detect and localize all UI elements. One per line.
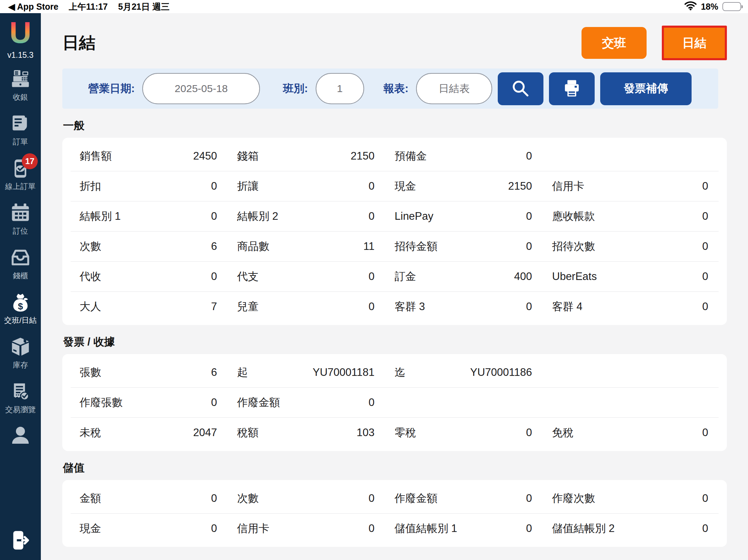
stat-cell: 錢箱2150 <box>237 149 395 163</box>
stat-label: 儲值結帳別 2 <box>552 521 615 536</box>
shift-daily-icon: $ <box>10 292 31 313</box>
table-row: 折扣0折讓0現金2150信用卡0 <box>71 171 719 201</box>
stat-label: 未稅 <box>80 425 101 440</box>
search-button[interactable] <box>498 72 543 105</box>
stat-label: 次數 <box>80 239 101 254</box>
stat-label: 兒童 <box>237 299 259 314</box>
shift-settlement-button[interactable]: 交班 <box>582 27 647 59</box>
table-row: 次數6商品數11招待金額0招待次數0 <box>71 231 719 261</box>
stat-value: 6 <box>211 240 217 253</box>
stat-cell: 招待次數0 <box>552 239 710 254</box>
table-row: 作廢張數0作廢金額0 <box>71 387 719 417</box>
stat-label: 折扣 <box>80 179 101 193</box>
sidebar-item-shift-daily[interactable]: $ 交班/日結 <box>4 292 37 330</box>
battery-percent: 18% <box>701 2 718 12</box>
filter-bar: 營業日期: 2025-05-18 班別: 1 報表: 日結表 <box>62 69 718 109</box>
status-bar-left: ◀ App Store 上午11:17 5月21日 週三 <box>8 1 170 12</box>
stat-cell: 訂金400 <box>395 269 552 284</box>
stat-value: 0 <box>702 492 708 505</box>
stat-value: 0 <box>702 522 708 535</box>
stat-label: 銷售額 <box>80 149 112 163</box>
sidebar-item-label: 庫存 <box>13 360 28 370</box>
stat-cell: 迄YU70001186 <box>395 365 552 380</box>
sidebar-item-cash-drawer[interactable]: 錢櫃 <box>10 247 31 286</box>
stat-value: 0 <box>211 492 217 505</box>
sidebar-item-label: 交易瀏覽 <box>5 405 36 415</box>
main-content: 日結 交班 日結 營業日期: 2025-05-18 班別: 1 報表: 日結表 <box>41 13 748 560</box>
stat-value: 2150 <box>508 180 532 192</box>
stat-label: 作廢金額 <box>237 395 280 410</box>
stat-label: 作廢次數 <box>552 491 595 506</box>
stat-cell: UberEats0 <box>552 270 710 283</box>
stat-cell: 現金2150 <box>395 179 552 193</box>
section-title: 儲值 <box>63 461 727 475</box>
back-to-app-store-link[interactable]: ◀ App Store <box>8 2 58 12</box>
table-row: 銷售額2450錢箱2150預備金0 <box>71 141 719 171</box>
sidebar-item-inventory[interactable]: 庫存 <box>10 337 31 375</box>
user-profile-icon[interactable] <box>9 424 31 448</box>
stat-value: 0 <box>526 240 532 253</box>
stat-label: 商品數 <box>237 239 269 254</box>
report-label: 報表: <box>384 81 408 96</box>
stat-label: 客群 4 <box>552 299 583 314</box>
stat-value: 0 <box>369 522 375 535</box>
wifi-icon <box>684 1 697 12</box>
business-date-label: 營業日期: <box>88 81 135 96</box>
stat-label: 訂金 <box>395 269 416 284</box>
stat-value: 0 <box>702 210 708 223</box>
invoice-resend-button[interactable]: 發票補傳 <box>600 72 692 105</box>
stat-cell: 作廢金額0 <box>395 491 552 506</box>
business-date-input[interactable]: 2025-05-18 <box>142 73 260 104</box>
notification-badge: 17 <box>22 153 38 169</box>
stat-value: 0 <box>211 210 217 223</box>
table-row: 張數6起YU70001181迄YU70001186 <box>71 358 719 387</box>
stat-label: 免稅 <box>552 425 574 440</box>
sidebar-item-label: 線上訂單 <box>5 181 36 192</box>
stat-value: 0 <box>369 210 375 223</box>
stat-label: 信用卡 <box>237 521 269 536</box>
stat-cell: 預備金0 <box>395 149 552 163</box>
stat-value: 7 <box>211 300 217 313</box>
stat-cell: 次數6 <box>80 239 237 254</box>
daily-settlement-button[interactable]: 日結 <box>662 26 727 60</box>
transactions-icon <box>10 381 31 402</box>
sidebar-item-reservation[interactable]: 訂位 <box>10 203 31 241</box>
stat-label: 招待次數 <box>552 239 595 254</box>
stat-value: 0 <box>702 300 708 313</box>
table-row: 大人7兒童0客群 30客群 40 <box>71 291 719 322</box>
stat-value: YU70001181 <box>313 366 375 379</box>
stat-value: 0 <box>702 180 708 192</box>
stat-cell: 零稅0 <box>395 425 552 440</box>
app-window: ◀ App Store 上午11:17 5月21日 週三 18% U v1.15… <box>0 0 748 560</box>
status-time: 上午11:17 <box>69 1 108 12</box>
logout-button[interactable] <box>9 529 32 553</box>
stat-value: 0 <box>211 396 217 409</box>
stat-cell: 信用卡0 <box>237 521 395 536</box>
stats-sections: 一般銷售額2450錢箱2150預備金0折扣0折讓0現金2150信用卡0結帳別 1… <box>62 118 727 547</box>
stat-cell: 招待金額0 <box>395 239 552 254</box>
stat-label: 錢箱 <box>237 149 259 163</box>
stat-value: 0 <box>211 180 217 192</box>
stat-value: 0 <box>702 240 708 253</box>
sidebar-item-transactions[interactable]: 交易瀏覽 <box>5 381 36 419</box>
stat-cell: 現金0 <box>80 521 237 536</box>
stat-cell: 應收帳款0 <box>552 209 710 224</box>
shift-input[interactable]: 1 <box>316 73 364 104</box>
stat-label: 信用卡 <box>552 179 584 193</box>
stat-label: 現金 <box>395 179 416 193</box>
stat-label: 儲值結帳別 1 <box>395 521 457 536</box>
stat-label: 張數 <box>80 365 101 380</box>
stat-cell: 折扣0 <box>80 179 237 193</box>
print-button[interactable] <box>549 72 595 105</box>
stat-cell: 次數0 <box>237 491 395 506</box>
sidebar-item-cashier[interactable]: 收銀 <box>10 69 31 107</box>
stat-cell: 結帳別 20 <box>237 209 395 224</box>
report-select[interactable]: 日結表 <box>416 73 492 104</box>
stat-cell: 代收0 <box>80 269 237 284</box>
stat-value: 0 <box>369 270 375 283</box>
stat-label: 稅額 <box>237 425 259 440</box>
sidebar: U v1.15.3 收銀 訂單 17線上訂單 訂位 錢櫃 <box>0 13 41 560</box>
sidebar-item-online-orders[interactable]: 17線上訂單 <box>5 158 36 196</box>
stat-cell: 儲值結帳別 20 <box>552 521 710 536</box>
sidebar-item-orders[interactable]: 訂單 <box>10 114 31 152</box>
